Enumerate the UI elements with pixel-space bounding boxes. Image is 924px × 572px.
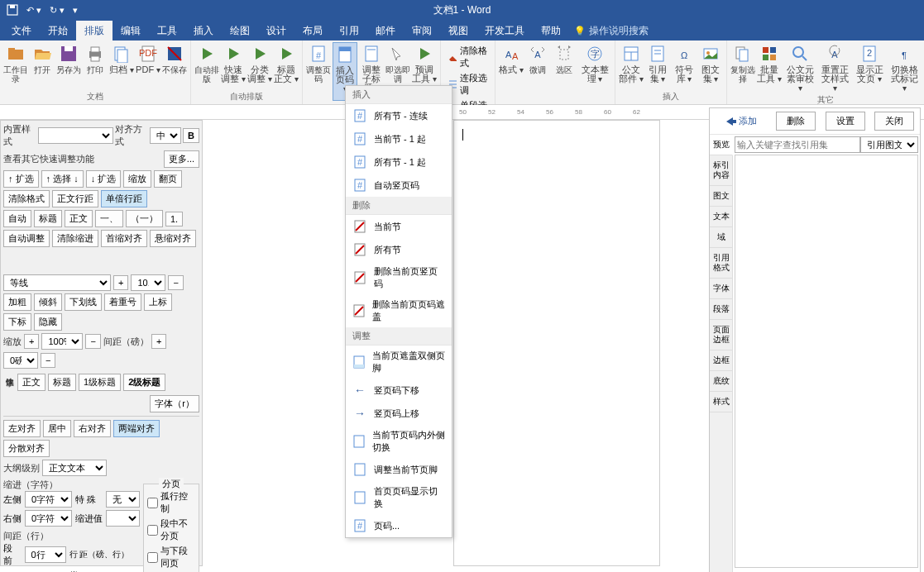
keepnext-check[interactable] (147, 552, 158, 563)
docaudit-button[interactable]: 公文元素审校 ▾ (783, 42, 816, 93)
clearfmt-button[interactable]: 清除格式 (3, 190, 50, 207)
font-select[interactable]: 等线 (3, 274, 111, 291)
ref-type-select[interactable]: 引用图文 (860, 136, 918, 153)
clearindent-button[interactable]: 清除缩进 (52, 230, 98, 247)
ref-search-input[interactable] (735, 136, 860, 153)
dropdown-firstpage-toggle[interactable]: 首页页码显示切换 (346, 481, 452, 514)
tab-pagelayout[interactable]: 布局 (294, 21, 331, 41)
hidden-button[interactable]: 隐藏 (34, 313, 62, 331)
bold2-button[interactable]: 加粗 (3, 293, 31, 311)
scale-button[interactable]: 缩放 (123, 170, 151, 188)
titlebody-button[interactable]: 标题正文 ▾ (274, 42, 299, 89)
alignleft-button[interactable]: 左对齐 (3, 420, 41, 437)
symbollib-button[interactable]: Ω符号库 ▾ (672, 42, 697, 89)
qat-customize[interactable]: ▾ (73, 5, 78, 16)
dropdown-pagenum[interactable]: #页码... (346, 514, 452, 537)
qf-title-button[interactable]: 标题 (48, 374, 76, 391)
settings-button[interactable]: 设置 (826, 112, 865, 131)
more-button[interactable]: 更多... (164, 150, 199, 168)
dropdown-vert-up[interactable]: →竖页码上移 (346, 402, 452, 425)
tab-insert[interactable]: 插入 (185, 21, 222, 41)
nobreak-check[interactable] (147, 525, 158, 536)
tab-layout[interactable]: 排版 (76, 21, 113, 41)
showbodypage-button[interactable]: 2显示正文页 ▾ (853, 42, 886, 93)
saveas-button[interactable]: 另存为 (56, 42, 81, 89)
subscript-button[interactable]: 下标 (3, 313, 31, 331)
right-indent-select[interactable]: 0字符 (25, 510, 72, 527)
document-canvas[interactable] (453, 120, 660, 566)
emphasis-button[interactable]: 着重号 (104, 293, 141, 311)
vtab-text[interactable]: 文本 (710, 207, 732, 227)
adjpage-button[interactable]: #调整页码 (306, 42, 331, 101)
orphan-check[interactable] (147, 498, 158, 508)
spacing-select[interactable]: 0磅 (3, 352, 38, 369)
vtab-titlecontent[interactable]: 标引内容 (710, 155, 732, 186)
dropdown-cursect-1[interactable]: #当前节 - 1 起 (346, 127, 452, 150)
quickadj-button[interactable]: 快速调整 ▾ (221, 42, 246, 89)
tab-review[interactable]: 审阅 (404, 21, 440, 41)
bold-button[interactable]: B (183, 128, 199, 143)
alignjustify-button[interactable]: 两端对齐 (113, 420, 160, 437)
toggleformat-button[interactable]: ¶切换格式标记 ▾ (888, 42, 921, 93)
scale-plus[interactable]: + (24, 334, 39, 349)
finetune-button[interactable]: A微调 (525, 42, 550, 101)
font-minus[interactable]: − (168, 275, 183, 290)
nosave-button[interactable]: 不保存 (162, 42, 187, 89)
dropdown-del-vertpn[interactable]: 删除当前页竖页码 (346, 261, 452, 294)
clearformat-button[interactable]: 清除格式 (444, 44, 491, 70)
italic-button[interactable]: 倾斜 (34, 293, 62, 311)
autolayout-button[interactable]: 自动排版 (194, 42, 219, 89)
vtab-font[interactable]: 字体 (710, 279, 732, 299)
vtab-preview[interactable]: 预览 (710, 135, 733, 155)
tab-mail[interactable]: 邮件 (367, 21, 404, 41)
tab-tools[interactable]: 工具 (149, 21, 185, 41)
dropdown-allsect-cont[interactable]: #所有节 - 连续 (346, 104, 452, 127)
body-button[interactable]: 正文 (65, 210, 93, 227)
scale-select[interactable]: 100% (41, 333, 83, 350)
tab-edit[interactable]: 编辑 (113, 21, 149, 41)
dropdown-del-allsect[interactable]: 所有节 (346, 238, 452, 261)
font-r-button[interactable]: 字体（r） (150, 395, 199, 412)
bodylh-button[interactable]: 正文行距 (52, 190, 98, 207)
dropdown-inout-toggle[interactable]: 当前节页码内外侧切换 (346, 425, 452, 458)
undo-icon[interactable]: ↶ ▾ (26, 5, 41, 16)
outline-select[interactable]: 正文文本 (42, 460, 107, 476)
aligncenter-button[interactable]: 居中 (43, 420, 71, 437)
open-button[interactable]: 打开 (30, 42, 55, 89)
dropdown-del-cover[interactable]: 删除当前页页码遮盖 (346, 294, 452, 327)
tell-me-input[interactable]: 操作说明搜索 (589, 24, 649, 38)
archive-button[interactable]: 归档 ▾ (109, 42, 134, 89)
copysel-button[interactable]: 复制选择 (730, 42, 755, 93)
selection-button[interactable]: 选区 (552, 42, 577, 101)
tab-file[interactable]: 文件 (3, 21, 40, 41)
tab-help[interactable]: 帮助 (533, 21, 569, 41)
redo-icon[interactable]: ↻ ▾ (50, 5, 65, 16)
auto-button[interactable]: 自动 (3, 210, 31, 227)
select-button[interactable]: ↑ 选择 ↓ (41, 170, 84, 188)
dropdown-allsect-1[interactable]: #所有节 - 1 起 (346, 150, 452, 174)
dropdown-autovert[interactable]: #自动竖页码 (346, 174, 452, 197)
font-plus[interactable]: + (113, 275, 128, 290)
scale-minus[interactable]: − (85, 334, 100, 349)
indentval-select[interactable] (106, 510, 140, 527)
pdf-button[interactable]: PDFPDF ▾ (136, 42, 160, 89)
tab-home[interactable]: 开始 (40, 21, 76, 41)
tab-draw[interactable]: 绘图 (222, 21, 258, 41)
imageset-button[interactable]: 图文集 ▾ (698, 42, 723, 89)
expand2-button[interactable]: ↓ 扩选 (86, 170, 122, 188)
num2-button[interactable]: （一） (126, 210, 163, 227)
qf-body-button[interactable]: 正文 (17, 374, 45, 391)
tab-references[interactable]: 引用 (331, 21, 367, 41)
num3-button[interactable]: 1. (165, 212, 183, 226)
left-indent-select[interactable]: 0字符 (25, 491, 72, 508)
vtab-paragraph[interactable]: 段落 (710, 299, 732, 320)
vtab-border[interactable]: 边框 (710, 350, 732, 371)
vtab-imagetext[interactable]: 图文 (710, 186, 732, 207)
underline-button[interactable]: 下划线 (65, 293, 102, 311)
tab-view[interactable]: 视图 (440, 21, 476, 41)
singlelh-button[interactable]: 单倍行距 (101, 190, 147, 207)
aligndist-button[interactable]: 分散对齐 (3, 440, 50, 457)
dropdown-vert-down[interactable]: ←竖页码下移 (346, 379, 452, 402)
print-button[interactable]: 打印 (83, 42, 108, 89)
num1-button[interactable]: 一、 (95, 210, 123, 227)
